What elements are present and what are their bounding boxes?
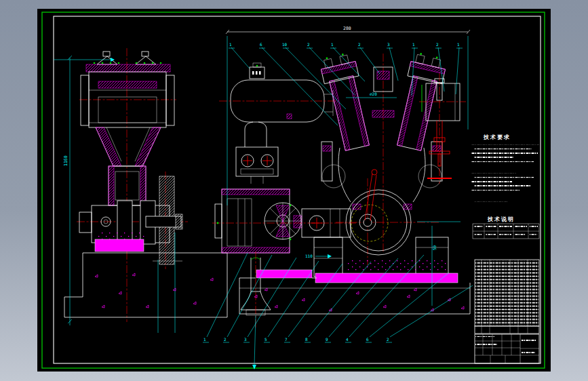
callout-bottom-10: 2	[387, 337, 389, 342]
callout-top-2: 6	[260, 42, 262, 47]
callout-bottom-5: 7	[285, 337, 288, 342]
side-view	[212, 63, 356, 369]
cad-drawing-viewport[interactable]: 280 1160 ⌀20 110 50	[37, 9, 551, 372]
callout-top-8: 1	[412, 42, 415, 47]
callout-bottom-9: 6	[366, 337, 369, 342]
title-block	[475, 334, 539, 363]
drawing-svg: 280 1160 ⌀20 110 50	[37, 9, 551, 372]
front-view	[54, 48, 227, 333]
tech-requirements: 技术要求	[471, 134, 539, 201]
callout-bottom-8: 4	[346, 337, 349, 342]
dim-overall-width-text: 280	[343, 26, 351, 31]
cross-section-view	[314, 51, 448, 277]
callout-top-4: 2	[307, 42, 310, 47]
parts-list-table	[475, 260, 539, 334]
tech-requirements-title: 技术要求	[483, 134, 511, 140]
dim-shaft-text: 110	[305, 254, 313, 258]
callout-top-7: 3	[387, 42, 390, 47]
dimension-shaft: 110	[305, 254, 332, 258]
tech-notes: 技术说明	[473, 216, 539, 239]
callout-top-5: 1	[331, 42, 334, 47]
callout-bottom-1: 1	[203, 337, 206, 342]
foundation	[239, 258, 470, 314]
dim-right-offset-text: 50	[432, 245, 437, 250]
cad-application-window: 280 1160 ⌀20 110 50	[0, 0, 588, 381]
callout-bottom-6: 8	[305, 337, 308, 342]
dim-overall-height-text: 1160	[63, 155, 68, 166]
callout-bottom-3: 3	[244, 337, 247, 342]
dimension-overall-height: 1160	[63, 56, 72, 325]
callout-bottom-2: 2	[224, 337, 227, 342]
callout-top-3: 10	[282, 42, 288, 47]
callout-bottom-7: 9	[326, 337, 328, 342]
callout-top-10: 1	[457, 42, 460, 47]
callout-top-1: 1	[229, 42, 232, 47]
tech-notes-title: 技术说明	[487, 216, 515, 222]
callout-bottom-4: 5	[264, 337, 267, 342]
dim-bore-text: ⌀20	[370, 92, 377, 96]
callout-top-9: 2	[436, 42, 439, 47]
callout-top-6: 2	[358, 42, 361, 47]
